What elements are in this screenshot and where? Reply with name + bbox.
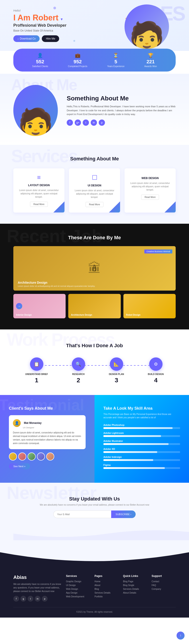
stat-item: 👤552Satisfied Clients xyxy=(32,53,48,68)
testimonial-title: Client's Says About Me xyxy=(9,406,86,411)
stat-number: 221 xyxy=(144,59,157,65)
footer-link-1-4[interactable]: Portfolio xyxy=(95,595,118,598)
process-step-icon: 📋 xyxy=(30,358,43,371)
footer-link-0-0[interactable]: Graphic Design xyxy=(66,580,90,583)
footer-column-3: Support ContactFAQCompany xyxy=(152,574,176,602)
testimonial-header: 👤 Mat Monastay UX Designer xyxy=(13,419,82,429)
newsletter-email-input[interactable] xyxy=(53,510,111,518)
reviewer-avatars xyxy=(9,452,86,460)
portfolio-side-label: Creative Business Minimal xyxy=(144,250,172,254)
person-avatar: 🧑 xyxy=(129,22,165,49)
process-step: ⚙ BUILD DESIGN 4 xyxy=(148,358,164,384)
footer-col-title-0: Services xyxy=(66,574,90,578)
download-cv-button[interactable]: ↓ Download Cv xyxy=(13,35,40,42)
about-section: About Me 🧑 Something About Me Hello,This… xyxy=(0,74,189,145)
skill-name: Adobe Lightroom xyxy=(103,432,180,434)
footer-column-1: Pages HomeAboutBlogServices DetailsPortf… xyxy=(95,574,118,602)
services-section: Services Something About Me ≡ LAYOUT DES… xyxy=(0,145,189,224)
read-more-button[interactable]: Read More xyxy=(86,202,103,207)
footer-link-0-3[interactable]: App Design xyxy=(66,592,90,594)
hero-person-image: 🧑 xyxy=(118,0,176,49)
skill-name: Figma xyxy=(103,464,180,466)
footer-social-icon-1[interactable]: g xyxy=(21,596,26,602)
footer-link-1-0[interactable]: Home xyxy=(95,580,118,583)
footer-social-icons: fgtinp xyxy=(13,596,62,602)
portfolio-sub-item-2[interactable]: Architecture Design xyxy=(68,294,120,318)
footer-link-3-1[interactable]: FAQ xyxy=(152,584,176,586)
testimonial-name: Mat Monastay xyxy=(24,422,41,424)
skill-bar-background: 90% xyxy=(103,427,180,429)
process-step: 🔍 RESEARCH 2 xyxy=(72,358,85,384)
skill-item: Adobe Illustrator 85% xyxy=(103,440,180,445)
skills-bars: Adobe Photoshop 90% Adobe Lightroom 75% … xyxy=(103,424,180,469)
hero-greeting: Hello! xyxy=(13,9,102,12)
social-linkedin-icon[interactable]: in xyxy=(91,120,97,126)
hire-me-button[interactable]: Hire Me xyxy=(42,35,59,42)
footer-link-2-0[interactable]: Blog Page xyxy=(123,580,147,583)
footer-link-0-1[interactable]: UI Design xyxy=(66,584,90,586)
footer-social-icon-4[interactable]: p xyxy=(42,596,48,602)
footer-copyright: ©2021 by Theme. All rights reserved. xyxy=(13,607,176,613)
portfolio-sub-item-3[interactable]: Robot Design xyxy=(123,294,176,318)
footer-social-icon-2[interactable]: t xyxy=(28,596,33,602)
skill-item: Adobe Photoshop 90% xyxy=(103,424,180,429)
portfolio-sub-label: Interior Design xyxy=(16,314,32,316)
read-more-button[interactable]: Read More xyxy=(141,194,159,200)
stat-item: 💼952Completed Projects xyxy=(68,53,87,68)
stat-label: Completed Projects xyxy=(68,65,87,68)
skill-item: Adobe Indesign 65% xyxy=(103,456,180,461)
hero-pointer: ▾ xyxy=(61,17,63,21)
social-google-icon[interactable]: g+ xyxy=(75,120,81,126)
stat-number: 552 xyxy=(32,59,48,65)
process-connector-line xyxy=(38,365,151,366)
social-icons-row: f g+ t in p xyxy=(67,120,176,126)
service-desc: Lorem ipsum dolor sit amet, consectetur … xyxy=(73,189,116,199)
read-more-button[interactable]: Read More xyxy=(30,202,48,207)
portfolio-arrow-icon: → xyxy=(16,303,22,309)
footer-social-icon-0[interactable]: f xyxy=(13,596,19,602)
portfolio-sub-label: Architecture Design xyxy=(71,314,92,316)
footer-link-2-1[interactable]: Blog Single xyxy=(123,584,147,586)
skill-bar-fill: 80% xyxy=(103,467,165,469)
services-grid: ≡ LAYOUT DESIGN Lorem ipsum dolor sit am… xyxy=(13,168,176,212)
footer-link-1-1[interactable]: About xyxy=(95,584,118,586)
portfolio-sub-item-1[interactable]: →Interior Design xyxy=(13,294,66,318)
social-facebook-icon[interactable]: f xyxy=(67,120,73,126)
stat-item: 🏆221Awards Won xyxy=(144,53,157,68)
social-pinterest-icon[interactable]: p xyxy=(99,120,105,126)
skill-name: Adobe Photoshop xyxy=(103,424,180,426)
footer-link-1-2[interactable]: Blog xyxy=(95,588,118,590)
footer-link-1-3[interactable]: Services Details xyxy=(95,592,118,594)
skill-item: Adobe XD 70% xyxy=(103,448,180,453)
testimonial-text: Dorem ipsum dolor sit amet, consectetur … xyxy=(13,431,82,445)
stat-label: Awards Won xyxy=(144,65,157,68)
process-step: 📋 UNDERSTAND BRIEF 1 xyxy=(25,358,48,384)
see-next-button[interactable]: See Next » xyxy=(9,463,30,470)
portfolio-main-item[interactable]: 🏛 🕯 Architecture Design Lorem ipsum dolo… xyxy=(13,246,176,290)
skill-name: Adobe XD xyxy=(103,448,180,450)
newsletter-subscribe-button[interactable]: SUBSCRIBE › xyxy=(111,510,136,518)
service-desc: Lorem ipsum dolor sit amet, consectetur … xyxy=(18,188,60,198)
footer-link-0-4[interactable]: Web Development xyxy=(66,595,90,598)
download-icon: ↓ xyxy=(17,37,19,40)
footer-brand-name: Abias xyxy=(13,574,62,580)
footer-link-3-2[interactable]: Company xyxy=(152,588,176,590)
footer-link-3-0[interactable]: Contact xyxy=(152,580,176,583)
footer-link-2-3[interactable]: About Details xyxy=(123,592,147,594)
skill-bar-background: 70% xyxy=(103,451,180,453)
newsletter-desc: We are absolutely have no concerns if yo… xyxy=(13,504,176,506)
stat-number: 5 xyxy=(107,59,124,65)
portfolio-main-label: Architecture Design Lorem ipsum dolor si… xyxy=(18,281,95,287)
footer-grid: Abias We are absolutely have no concerns… xyxy=(13,574,176,602)
skill-bar-background: 80% xyxy=(103,467,180,469)
footer-link-2-2[interactable]: Services Details xyxy=(123,588,147,590)
footer-social-icon-3[interactable]: in xyxy=(35,596,41,602)
footer-link-0-2[interactable]: Web Design xyxy=(66,588,90,590)
footer-brand-column: Abias We are absolutely have no concerns… xyxy=(13,574,62,602)
portfolio-sub-label: Robot Design xyxy=(126,314,140,316)
about-content: Something About Me Hello,This is Roberts… xyxy=(67,95,176,126)
service-card: ≡ LAYOUT DESIGN Lorem ipsum dolor sit am… xyxy=(13,168,65,212)
hero-section: DES Hello! I Am Robert ▾ Proffesional We… xyxy=(0,0,189,51)
portfolio-title: These Are Done By Me xyxy=(13,235,176,240)
social-twitter-icon[interactable]: t xyxy=(83,120,89,126)
